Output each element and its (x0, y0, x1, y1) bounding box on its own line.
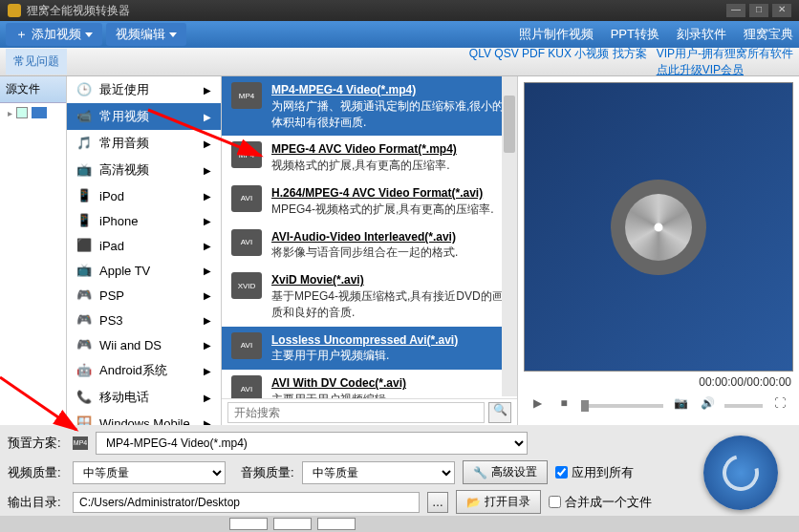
chevron-right-icon: ▶ (204, 418, 211, 426)
format-badge-icon: AVI (231, 229, 262, 256)
category-item[interactable]: 🪟Windows Mobile▶ (67, 411, 221, 425)
format-item[interactable]: AVIH.264/MPEG-4 AVC Video Format(*.avi)M… (222, 180, 517, 223)
window-title: 狸窝全能视频转换器 (27, 3, 130, 19)
volume-slider[interactable] (724, 404, 763, 408)
folder-icon: 📂 (466, 496, 481, 509)
link-formats[interactable]: QLV QSV PDF KUX 小视频 找方案 (469, 46, 647, 78)
format-badge-icon: AVI (231, 332, 262, 359)
refresh-icon (716, 448, 766, 498)
browse-dir-button[interactable]: … (427, 492, 448, 513)
category-label: Windows Mobile (99, 416, 190, 426)
category-label: iPhone (99, 214, 138, 228)
format-scrollbar[interactable] (502, 76, 517, 396)
preset-format-icon: MP4 (73, 436, 88, 450)
snapshot-button[interactable]: 📷 (671, 396, 690, 415)
format-badge-icon: AVI (231, 185, 262, 212)
format-desc: MPEG4-视频格式的扩展,具有更高的压缩率. (271, 202, 507, 218)
link-ppt-convert[interactable]: PPT转换 (611, 26, 659, 43)
format-search-input[interactable] (227, 402, 485, 423)
open-dir-button[interactable]: 📂打开目录 (456, 490, 541, 514)
category-icon: 📺 (76, 162, 92, 178)
merge-checkbox[interactable]: 合并成一个文件 (549, 494, 652, 511)
secondary-bar: 常见问题 QLV QSV PDF KUX 小视频 找方案 VIP用户-拥有狸窝所… (0, 48, 799, 76)
audio-quality-select[interactable]: 中等质量 (302, 461, 455, 484)
category-icon: 🎮 (76, 287, 92, 303)
time-display: 00:00:00/00:00:00 (524, 372, 793, 393)
category-label: 常用音频 (99, 135, 149, 152)
apply-all-checkbox[interactable]: 应用到所有 (555, 464, 634, 481)
category-icon: 📱 (76, 213, 92, 228)
add-video-button[interactable]: ＋ 添加视频 (6, 23, 102, 46)
format-item[interactable]: AVILossless Uncompressed Avi(*.avi)主要用于用… (222, 327, 517, 371)
category-icon: 🎮 (76, 337, 92, 352)
category-item[interactable]: 🕒最近使用▶ (67, 76, 221, 103)
seek-slider[interactable] (581, 404, 663, 408)
format-item[interactable]: MP4MPEG-4 AVC Video Format(*.mp4)视频格式的扩展… (222, 136, 517, 180)
category-item[interactable]: 📱iPhone▶ (67, 208, 221, 233)
category-icon: 📺 (76, 263, 92, 278)
taskbar-thumbs (0, 516, 799, 532)
link-burn-software[interactable]: 刻录软件 (677, 26, 726, 43)
chevron-right-icon: ▶ (204, 315, 211, 326)
chevron-right-icon: ▶ (204, 112, 211, 122)
category-item[interactable]: ⬛iPad▶ (67, 233, 221, 258)
format-desc: 将影像与语音同步组合在一起的格式. (271, 245, 507, 261)
link-liwo-guide[interactable]: 狸窝宝典 (744, 26, 793, 43)
play-button[interactable]: ▶ (528, 396, 547, 415)
maximize-button[interactable]: □ (749, 4, 768, 17)
checkbox-icon[interactable] (16, 107, 28, 118)
preset-label: 预置方案: (8, 435, 65, 452)
preset-select[interactable]: MP4-MPEG-4 Video(*.mp4) (96, 432, 528, 455)
close-button[interactable]: ✕ (772, 4, 791, 17)
format-badge-icon: MP4 (231, 82, 262, 109)
category-label: 常用视频 (99, 108, 149, 125)
format-item[interactable]: XVIDXviD Movie(*.avi)基于MPEG4-视频压缩格式,具有接近… (222, 266, 517, 326)
app-icon (8, 4, 21, 17)
category-item[interactable]: 📺高清视频▶ (67, 157, 221, 183)
format-item[interactable]: AVIAVI With DV Codec(*.avi)主要用于用户视频编辑 (222, 370, 517, 398)
video-edit-button[interactable]: 视频编辑 (106, 23, 186, 46)
tab-faq[interactable]: 常见问题 (6, 49, 67, 74)
advanced-settings-button[interactable]: 🔧高级设置 (463, 460, 548, 484)
format-item[interactable]: MP4MP4-MPEG-4 Video(*.mp4)为网络广播、视频通讯定制的压… (222, 76, 517, 136)
format-item[interactable]: AVIAVI-Audio-Video Interleaved(*.avi)将影像… (222, 223, 517, 267)
category-item[interactable]: 📞移动电话▶ (67, 384, 221, 411)
source-file-item[interactable]: ▸ (0, 103, 66, 122)
category-item[interactable]: 📱iPod▶ (67, 183, 221, 208)
chevron-right-icon: ▶ (204, 165, 211, 176)
category-label: iPod (99, 189, 124, 203)
format-desc: 为网络广播、视频通讯定制的压缩标准,很小的体积却有很好画质. (271, 98, 507, 131)
category-icon: 🎵 (76, 136, 92, 151)
video-quality-select[interactable]: 中等质量 (73, 461, 226, 484)
chevron-right-icon: ▶ (204, 366, 211, 376)
category-item[interactable]: 🎮PSP▶ (67, 283, 221, 308)
bottom-panel: 预置方案: MP4 MP4-MPEG-4 Video(*.mp4) 视频质量: … (0, 425, 799, 521)
category-icon: 📞 (76, 390, 92, 405)
fullscreen-button[interactable]: ⛶ (770, 396, 789, 415)
category-label: 移动电话 (99, 389, 149, 406)
category-item[interactable]: 🎮PS3▶ (67, 308, 221, 332)
format-badge-icon: AVI (231, 375, 262, 398)
category-item[interactable]: 🎵常用音频▶ (67, 130, 221, 157)
vip-upgrade-link[interactable]: 点此升级VIP会员 (657, 63, 744, 76)
link-photo-video[interactable]: 照片制作视频 (519, 26, 594, 43)
chevron-right-icon: ▶ (204, 290, 211, 301)
category-icon: 🎮 (76, 312, 92, 328)
format-badge-icon: XVID (231, 272, 262, 299)
category-item[interactable]: 🎮Wii and DS▶ (67, 332, 221, 357)
category-label: 最近使用 (99, 81, 149, 98)
main-area: 源文件 ▸ 🕒最近使用▶📹常用视频▶🎵常用音频▶📺高清视频▶📱iPod▶📱iPh… (0, 76, 799, 425)
stop-button[interactable]: ■ (554, 396, 573, 415)
output-dir-input[interactable] (73, 492, 420, 513)
category-icon: 📱 (76, 188, 92, 203)
format-name: H.264/MPEG-4 AVC Video Format(*.avi) (271, 185, 507, 202)
category-item[interactable]: 🤖Android系统▶ (67, 357, 221, 384)
volume-button[interactable]: 🔊 (698, 396, 717, 415)
chevron-right-icon: ▶ (204, 216, 211, 226)
category-item[interactable]: 📹常用视频▶ (67, 103, 221, 130)
category-icon: 🪟 (76, 415, 92, 425)
convert-button[interactable] (703, 436, 778, 510)
minimize-button[interactable]: — (726, 4, 745, 17)
search-button[interactable]: 🔍 (488, 402, 511, 423)
category-item[interactable]: 📺Apple TV▶ (67, 258, 221, 283)
